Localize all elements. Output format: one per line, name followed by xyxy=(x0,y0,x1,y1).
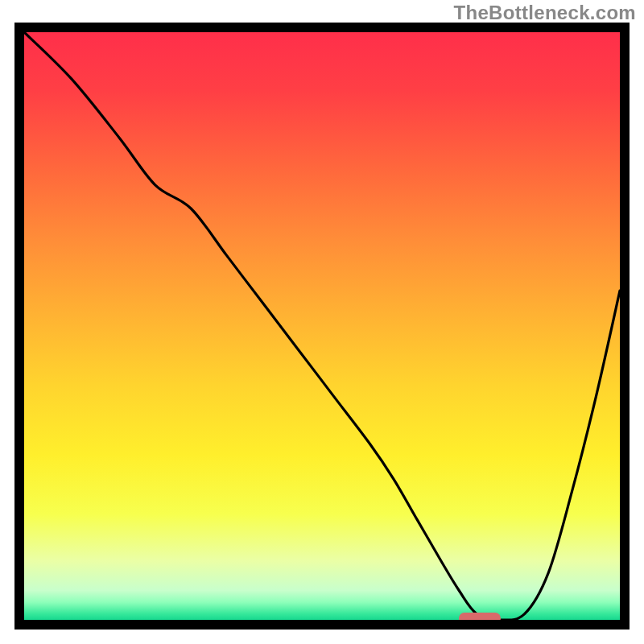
bottleneck-curve xyxy=(24,32,620,620)
trough-marker xyxy=(459,613,501,620)
gradient-background xyxy=(24,32,620,620)
watermark-label: TheBottleneck.com xyxy=(454,2,636,24)
